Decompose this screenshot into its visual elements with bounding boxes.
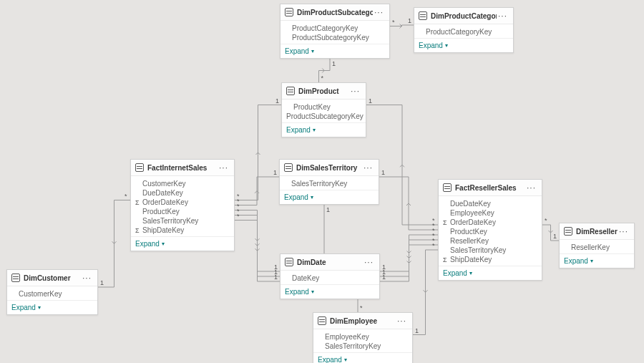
field-row[interactable]: CustomerKey <box>135 179 230 188</box>
field-row[interactable]: CustomerKey <box>11 289 93 299</box>
ellipsis-icon[interactable]: ··· <box>525 183 537 193</box>
expand-label: Expand <box>11 304 36 311</box>
field-row[interactable]: SalesTerritoryKey <box>443 246 537 255</box>
ellipsis-icon[interactable]: ··· <box>349 86 361 96</box>
field-name-label: ProductSubcategoryKey <box>292 34 385 42</box>
field-row[interactable]: DueDateKey <box>443 199 537 208</box>
expand-label: Expand <box>318 356 342 363</box>
table-DimSalesTerritory[interactable]: DimSalesTerritory···SalesTerritoryKeyExp… <box>279 159 379 205</box>
expand-toggle[interactable]: Expand▾ <box>280 190 379 204</box>
expand-toggle[interactable]: Expand▾ <box>280 44 389 58</box>
field-row[interactable]: SalesTerritoryKey <box>135 216 230 226</box>
field-name-label: ProductCategoryKey <box>426 28 509 36</box>
field-row[interactable]: ProductCategoryKey <box>419 27 509 37</box>
table-name-label: DimDate <box>297 258 363 266</box>
field-row[interactable]: ΣShipDateKey <box>135 226 230 235</box>
table-DimReseller[interactable]: DimReseller···ResellerKeyExpand▾ <box>559 223 635 268</box>
field-name-label: DueDateKey <box>450 200 537 208</box>
chevron-down-icon: ▾ <box>344 357 347 363</box>
svg-text:1: 1 <box>415 327 419 334</box>
ellipsis-icon[interactable]: ··· <box>497 11 509 21</box>
svg-text:*: * <box>432 222 435 229</box>
svg-text:*: * <box>360 304 363 311</box>
field-row[interactable]: ProductKey <box>286 102 361 112</box>
ellipsis-icon[interactable]: ··· <box>618 226 630 236</box>
table-icon <box>443 183 452 192</box>
table-FactInternetSales[interactable]: FactInternetSales···CustomerKeyDueDateKe… <box>130 159 235 251</box>
field-row[interactable]: EmployeeKey <box>443 208 537 218</box>
table-header[interactable]: FactInternetSales··· <box>131 160 234 176</box>
diagram-canvas[interactable]: *1*1*1*1*1*1*1*1*1*1*1*1*1*1*1*1 DimProd… <box>0 0 644 363</box>
field-row[interactable]: ResellerKey <box>564 243 630 252</box>
field-row[interactable]: DueDateKey <box>135 188 230 198</box>
expand-toggle[interactable]: Expand▾ <box>280 284 379 299</box>
table-header[interactable]: DimProductSubcategory··· <box>280 4 389 21</box>
expand-toggle[interactable]: Expand▾ <box>560 253 634 268</box>
table-header[interactable]: DimProductCategory··· <box>414 8 513 24</box>
table-icon <box>11 274 20 282</box>
table-name-label: DimSalesTerritory <box>296 164 362 172</box>
svg-text:1: 1 <box>382 268 386 276</box>
field-row[interactable]: ΣOrderDateKey <box>443 218 537 227</box>
field-list: DueDateKeyEmployeeKeyΣOrderDateKeyProduc… <box>439 196 542 266</box>
field-list: ProductCategoryKeyProductSubcategoryKey <box>280 21 389 44</box>
field-row[interactable]: ResellerKey <box>443 236 537 246</box>
chevron-down-icon: ▾ <box>311 194 313 200</box>
table-name-label: DimCustomer <box>24 274 81 282</box>
field-row[interactable]: SalesTerritoryKey <box>284 179 374 188</box>
ellipsis-icon[interactable]: ··· <box>362 163 374 173</box>
field-row[interactable]: ProductSubcategoryKey <box>285 33 385 42</box>
svg-text:*: * <box>432 232 435 239</box>
table-icon <box>285 8 293 16</box>
ellipsis-icon[interactable]: ··· <box>363 257 375 267</box>
table-DimCustomer[interactable]: DimCustomer···CustomerKeyExpand▾ <box>6 269 98 315</box>
table-header[interactable]: DimProduct··· <box>282 83 366 100</box>
field-row[interactable]: ΣOrderDateKey <box>135 198 230 207</box>
table-header[interactable]: DimDate··· <box>280 254 379 271</box>
table-header[interactable]: DimSalesTerritory··· <box>280 160 379 176</box>
table-DimDate[interactable]: DimDate···DateKeyExpand▾ <box>280 253 380 299</box>
svg-text:*: * <box>321 74 324 82</box>
table-DimProductSubcategory[interactable]: DimProductSubcategory···ProductCategoryK… <box>280 4 390 59</box>
ellipsis-icon[interactable]: ··· <box>218 163 230 173</box>
svg-text:1: 1 <box>408 17 411 24</box>
ellipsis-icon[interactable]: ··· <box>373 7 385 17</box>
field-row[interactable]: ProductSubcategoryKey <box>286 112 361 121</box>
field-row[interactable]: DateKey <box>285 274 375 283</box>
svg-text:1: 1 <box>275 97 279 105</box>
svg-text:*: * <box>432 237 435 244</box>
ellipsis-icon[interactable]: ··· <box>81 273 93 283</box>
table-FactResellerSales[interactable]: FactResellerSales···DueDateKeyEmployeeKe… <box>438 179 542 281</box>
expand-toggle[interactable]: Expand▾ <box>313 352 412 363</box>
ellipsis-icon[interactable]: ··· <box>396 316 408 326</box>
svg-text:*: * <box>237 208 240 215</box>
field-name-label: SalesTerritoryKey <box>325 342 408 350</box>
field-row[interactable]: ProductCategoryKey <box>285 24 385 33</box>
expand-toggle[interactable]: Expand▾ <box>282 122 366 137</box>
expand-toggle[interactable]: Expand▾ <box>131 236 234 251</box>
field-row[interactable]: ΣShipDateKey <box>443 255 537 264</box>
svg-text:1: 1 <box>274 263 278 271</box>
chevron-down-icon: ▾ <box>162 241 165 247</box>
expand-label: Expand <box>285 288 309 296</box>
expand-toggle[interactable]: Expand▾ <box>414 38 513 52</box>
table-DimEmployee[interactable]: DimEmployee···EmployeeKeySalesTerritoryK… <box>313 312 413 363</box>
field-name-label: ResellerKey <box>571 243 630 251</box>
expand-toggle[interactable]: Expand▾ <box>7 300 97 314</box>
table-header[interactable]: DimEmployee··· <box>313 313 412 329</box>
field-name-label: ProductKey <box>142 208 230 216</box>
chevron-down-icon: ▾ <box>38 304 41 311</box>
field-row[interactable]: EmployeeKey <box>318 332 408 342</box>
field-row[interactable]: SalesTerritoryKey <box>318 342 408 351</box>
table-DimProduct[interactable]: DimProduct···ProductKeyProductSubcategor… <box>281 82 366 137</box>
expand-label: Expand <box>443 269 467 277</box>
sigma-icon: Σ <box>135 199 142 206</box>
table-DimProductCategory[interactable]: DimProductCategory···ProductCategoryKeyE… <box>414 7 514 53</box>
table-header[interactable]: DimReseller··· <box>560 223 634 240</box>
table-header[interactable]: FactResellerSales··· <box>439 180 542 196</box>
field-row[interactable]: ProductKey <box>443 227 537 236</box>
field-row[interactable]: ProductKey <box>135 207 230 216</box>
table-header[interactable]: DimCustomer··· <box>7 270 97 286</box>
field-name-label: CustomerKey <box>142 180 230 188</box>
expand-toggle[interactable]: Expand▾ <box>439 266 542 280</box>
